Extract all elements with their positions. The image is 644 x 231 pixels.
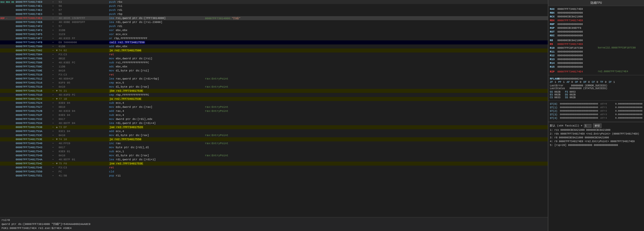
breakpoint-dot[interactable]: •	[51, 13, 55, 16]
breakpoint-dot[interactable]: •	[51, 154, 55, 157]
breakpoint-dot[interactable]: •	[51, 33, 55, 36]
reg-value[interactable]: 00007FF7348174E0	[557, 19, 598, 22]
breakpoint-dot[interactable]: •	[51, 1, 55, 4]
breakpoint-dot[interactable]: •	[51, 73, 55, 76]
breakpoint-dot[interactable]: •	[51, 17, 55, 20]
disasm-row[interactable]: 00007FF734817512•48:8D042Flea rax,qword …	[0, 77, 548, 81]
breakpoint-dot[interactable]: •	[51, 45, 55, 48]
disasm-row[interactable]: 00007FF7348174F3•31DBxor ebx,ebx	[0, 28, 548, 32]
disasm-row[interactable]: 00007FF73481750E•8A16mov dl,byte ptr ds:…	[0, 69, 548, 73]
fastcall-unlock-button[interactable]: 解锁	[593, 123, 602, 128]
breakpoint-dot[interactable]: •	[51, 126, 55, 129]
disasm-row[interactable]: 00007FF734817527•8B10mov edx,dword ptr d…	[0, 105, 548, 109]
disasm-row[interactable]: 00007FF73481753A•83C1 04add ecx,4	[0, 129, 548, 133]
breakpoint-dot[interactable]: •	[51, 37, 55, 40]
disasm-row[interactable]: 00007FF7348174E3•55push rbp	[0, 12, 548, 16]
disasm-row[interactable]: 00007FF7348174F5•31C9xor ecx,ecx	[0, 32, 548, 36]
disasm-row[interactable]: RAX RDX R9 →00007FF7348174E0•53push rbx	[0, 0, 548, 4]
reg-value[interactable]: 00007FF7348174E0	[557, 43, 598, 46]
disasm-row[interactable]: 00007FF734817506•8B1Emov ebx,dword ptr d…	[0, 57, 548, 61]
breakpoint-dot[interactable]: •	[51, 57, 55, 60]
disasm-row[interactable]: 00007FF73481754A•48:8D7F 01lea rdi,qword…	[0, 158, 548, 162]
reg-value[interactable]: 0000000000000000	[557, 30, 598, 33]
breakpoint-dot[interactable]: •	[51, 106, 55, 109]
disasm-row[interactable]: 00007FF73481751D•48:83FD FCcmp rbp,FFFFF…	[0, 93, 548, 97]
disasm-row[interactable]: 00007FF734817534•48:8D7F 04lea rdi,qword…	[0, 121, 548, 125]
disasm-row[interactable]: 00007FF73481752B•48:83C0 04add rax,4rax:…	[0, 109, 548, 113]
reg-value[interactable]: 0000000000000000	[557, 54, 598, 57]
fastcall-count[interactable]	[584, 124, 591, 128]
breakpoint-dot[interactable]: •	[51, 110, 55, 113]
breakpoint-dot[interactable]: •	[51, 25, 55, 28]
disasm-row[interactable]: 00007FF734817510•F3:C3ret	[0, 73, 548, 77]
disasm-row[interactable]: 00007FF73481750C•11DBadc ebx,ebx	[0, 65, 548, 69]
disasm-row[interactable]: 00007FF7348174F2•57push rdi	[0, 24, 548, 28]
breakpoint-dot[interactable]: •	[51, 162, 55, 165]
breakpoint-dot[interactable]: •	[51, 97, 55, 100]
breakpoint-dot[interactable]: •	[51, 5, 55, 8]
breakpoint-dot[interactable]: •	[51, 65, 55, 68]
breakpoint-dot[interactable]: •	[51, 166, 55, 169]
breakpoint-dot[interactable]: •	[51, 21, 55, 24]
disasm-row[interactable]: 00007FF7348174E2•57push rdi	[0, 8, 548, 12]
breakpoint-dot[interactable]: •	[51, 146, 55, 149]
disasm-row[interactable]: 00007FF7348174E1•56push rsi	[0, 4, 548, 8]
reg-value[interactable]: 000000CBC0A21000	[557, 39, 598, 42]
reg-value[interactable]: 0000000000000000	[557, 34, 598, 37]
disasm-row[interactable]: 00007FF7348174FB•E8 50000000call re2.7FF…	[0, 40, 548, 44]
breakpoint-dot[interactable]: •	[51, 142, 55, 145]
breakpoint-dot[interactable]: •	[51, 49, 55, 52]
breakpoint-dot[interactable]: •	[51, 9, 55, 12]
reg-value[interactable]: 0000000000000000	[557, 65, 598, 68]
disasm-row[interactable]: 00007FF734817524•83E9 04sub ecx,4	[0, 101, 548, 105]
breakpoint-dot[interactable]: •	[51, 29, 55, 32]
disasm-row[interactable]: 00007FF734817502•▼74 02je re2.7FF7348175…	[0, 48, 548, 53]
disasm-row[interactable]: 00007FF734817522•▼77 1Bja re2.7FF7348175…	[0, 97, 548, 101]
disasm-row[interactable]: 00007FF734817519•8A10mov dl,byte ptr ds:…	[0, 85, 548, 89]
disasm-row[interactable]: RIP →00007FF7348174E4•48:8D35 15CBFFFFle…	[0, 16, 548, 20]
reg-value[interactable]: 0000000000000000	[557, 50, 598, 53]
breakpoint-dot[interactable]: •	[51, 118, 55, 121]
breakpoint-dot[interactable]: •	[51, 114, 55, 117]
disasm-row[interactable]: 00007FF734817545•83E9 01sub ecx,1	[0, 149, 548, 153]
breakpoint-dot[interactable]: •	[51, 77, 55, 80]
disasm-row[interactable]: 00007FF734817538•▲73 EFjae re2.7FF734817…	[0, 125, 548, 129]
breakpoint-dot[interactable]: •	[51, 41, 55, 44]
breakpoint-dot[interactable]: •	[51, 138, 55, 141]
breakpoint-dot[interactable]: •	[51, 130, 55, 133]
disasm-row[interactable]: 00007FF73481751B•▼76 21jbe re2.7FF734817…	[0, 89, 548, 93]
reg-value[interactable]: 00007FFC8F107C90	[557, 46, 598, 49]
breakpoint-dot[interactable]: •	[51, 170, 55, 173]
reg-value[interactable]: 0000000000000000	[557, 23, 598, 26]
disasm-row[interactable]: 00007FF734817543•8817mov byte ptr ds:[rd…	[0, 145, 548, 149]
disasm-row[interactable]: 00007FF73481754C•▼75 F0jne re2.7FF734817…	[0, 162, 548, 166]
breakpoint-dot[interactable]: •	[51, 89, 55, 92]
disasm-row[interactable]: 00007FF73481752F•83E9 04sub ecx,4	[0, 113, 548, 117]
disasm-row[interactable]: 00007FF7348174EB•48:8DBE 00D0FDFFlea rdi…	[0, 20, 548, 24]
disasm-row[interactable]: 00007FF734817551•41:5Bpop r11	[0, 174, 548, 178]
breakpoint-dot[interactable]: •	[51, 158, 55, 161]
breakpoint-dot[interactable]: •	[51, 61, 55, 64]
breakpoint-dot[interactable]: •	[51, 85, 55, 88]
disasm-row[interactable]: 00007FF7348174F7•48:83CD FFor rbp,FFFFFF…	[0, 36, 548, 40]
disasm-row[interactable]: 00007FF734817504•F3:C3ret	[0, 53, 548, 57]
reg-value[interactable]: 0000000000000000	[557, 11, 598, 14]
breakpoint-dot[interactable]: •	[51, 69, 55, 72]
disasm-scroll[interactable]: RAX RDX R9 →00007FF7348174E0•53push rbx0…	[0, 0, 548, 217]
breakpoint-dot[interactable]: •	[51, 81, 55, 84]
disasm-row[interactable]: 00007FF734817550•FCcld	[0, 170, 548, 174]
disasm-row[interactable]: 00007FF734817540•48:FFC0inc raxrax:Entry…	[0, 141, 548, 145]
disasm-row[interactable]: 00007FF73481754E•F3:C3ret	[0, 166, 548, 170]
disasm-row[interactable]: 00007FF734817500•01DBadd ebx,ebx	[0, 44, 548, 48]
disasm-row[interactable]: 00007FF73481753E•▼74 10je re2.7FF7348175…	[0, 137, 548, 141]
disasm-row[interactable]: 00007FF734817532•8917mov dword ptr ds:[r…	[0, 117, 548, 121]
disasm-row[interactable]: 00007FF73481753C•8A10mov dl,byte ptr ds:…	[0, 133, 548, 137]
reg-value[interactable]: 00007FF7348174E0	[557, 8, 598, 11]
disasm-row[interactable]: 00007FF734817548•8A10mov dl,byte ptr ds:…	[0, 153, 548, 158]
reg-value[interactable]: 0000000000000000	[557, 62, 598, 65]
breakpoint-dot[interactable]: •	[51, 53, 55, 56]
breakpoint-dot[interactable]: •	[51, 93, 55, 96]
disasm-row[interactable]: 00007FF734817516•83F9 05cmp ecx,5	[0, 81, 548, 85]
breakpoint-dot[interactable]: •	[51, 174, 55, 177]
breakpoint-dot[interactable]: •	[51, 122, 55, 125]
